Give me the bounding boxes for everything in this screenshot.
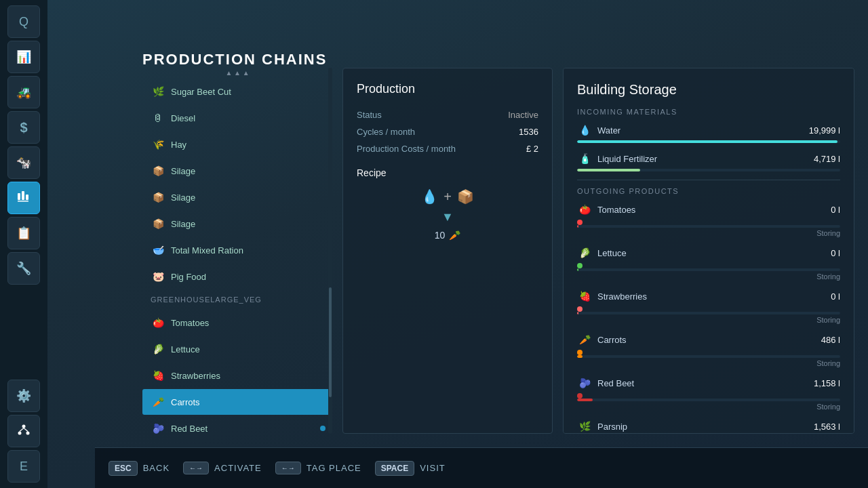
material-row-parsnip: 🌿 Parsnip 1,563 l Storing <box>577 419 840 434</box>
nodes-icon <box>16 422 31 441</box>
sidebar-btn-money[interactable]: $ <box>7 111 40 144</box>
key-btn-activate[interactable]: ←→ ACTIVATE <box>183 462 262 474</box>
key-btn-tag-place[interactable]: ←→ TAG PLACE <box>275 462 361 474</box>
material-row-liquid-fertilizer: 🧴 Liquid Fertilizer 4,719 l <box>577 151 840 171</box>
liquid-fertilizer-label: Liquid Fertilizer <box>597 154 657 164</box>
sidebar-btn-nodes[interactable] <box>7 415 40 447</box>
chain-item-label-hay: Hay <box>171 140 186 150</box>
animal-icon: 🐄 <box>16 155 31 170</box>
water-drop-icon: 💧 <box>421 188 438 205</box>
svg-point-4 <box>22 424 26 428</box>
liquid-fertilizer-icon: 🧴 <box>577 151 592 166</box>
recipe-section: Recipe 💧 + 📦 ▼ 10 🥕 <box>357 167 538 241</box>
status-label: Status <box>357 110 382 120</box>
sidebar-btn-e[interactable]: E <box>7 450 40 483</box>
chain-item-sugar-beet-cut[interactable]: 🌿 Sugar Beet Cut <box>142 79 332 104</box>
svg-point-5 <box>18 431 22 434</box>
chain-item-total-mixed-ration[interactable]: 🥣 Total Mixed Ration <box>142 237 332 263</box>
sidebar-btn-q[interactable]: Q <box>7 5 40 38</box>
chain-item-label-diesel: Diesel <box>171 113 195 123</box>
status-row: Status Inactive <box>357 110 538 120</box>
chain-item-label-silage1: Silage <box>171 166 195 176</box>
chain-item-lettuce[interactable]: 🥬 Lettuce <box>142 336 332 362</box>
production-panel: Production Status Inactive Cycles / mont… <box>342 68 553 434</box>
money-icon: $ <box>20 120 27 136</box>
cycles-value: 1536 <box>519 127 538 137</box>
sidebar-btn-animal[interactable]: 🐄 <box>7 146 40 179</box>
key-btn-visit[interactable]: SPACE VISIT <box>375 461 446 476</box>
sidebar-btn-settings[interactable]: ⚙️ <box>7 380 40 412</box>
chain-item-carrots[interactable]: 🥕 Carrots <box>142 389 332 415</box>
plus-icon: + <box>443 189 452 205</box>
storage-divider <box>577 180 840 180</box>
sidebar-btn-chart[interactable]: 📊 <box>7 41 40 73</box>
production-icon <box>16 189 31 207</box>
sidebar-btn-machines[interactable]: 🔧 <box>7 252 40 285</box>
machines-icon: 🔧 <box>16 261 31 276</box>
lettuce-list-icon: 🥬 <box>151 342 165 357</box>
chain-item-silage3[interactable]: 📦 Silage <box>142 211 332 237</box>
material-row-tomatoes: 🍅 Tomatoes 0 l Storing <box>577 202 840 237</box>
tractor-icon: 🚜 <box>16 85 31 100</box>
carrots-status: Storing <box>577 359 840 367</box>
chain-item-silage2[interactable]: 📦 Silage <box>142 184 332 210</box>
material-row-red-beet: 🫐 Red Beet 1,158 l Storing <box>577 375 840 411</box>
lettuce-amount: 0 l <box>831 248 840 258</box>
water-bar-fill <box>577 140 837 143</box>
svg-line-8 <box>24 428 28 431</box>
q-icon: Q <box>19 15 28 29</box>
tag-place-label: TAG PLACE <box>307 463 361 473</box>
output-carrot-icon: 🥕 <box>449 230 460 241</box>
chain-item-label-silage3: Silage <box>171 219 195 229</box>
red-beet-icon: 🫐 <box>577 375 592 390</box>
lettuce-status: Storing <box>577 272 840 281</box>
strawberries-label: Strawberries <box>597 291 647 302</box>
scroll-top-indicator: ▲ ▲ ▲ <box>142 68 332 78</box>
red-beet-amount: 1,158 l <box>814 378 840 388</box>
chain-item-silage1[interactable]: 📦 Silage <box>142 158 332 184</box>
chain-item-label-tmr: Total Mixed Ration <box>171 245 243 256</box>
strawberries-list-icon: 🍓 <box>151 368 165 383</box>
recipe-inputs: 💧 + 📦 <box>421 188 474 205</box>
diesel-icon: 🛢 <box>151 110 165 125</box>
chain-item-pig-food[interactable]: 🐷 Pig Food <box>142 264 332 289</box>
tomatoes-bar <box>577 225 840 228</box>
sidebar-btn-tractor[interactable]: 🚜 <box>7 76 40 108</box>
carrots-amount: 486 l <box>821 335 840 345</box>
parsnip-label: Parsnip <box>597 422 627 432</box>
liquid-fertilizer-bar <box>577 169 840 171</box>
output-quantity: 10 <box>435 230 446 241</box>
lettuce-bar <box>577 268 840 271</box>
incoming-materials-header: INCOMING MATERIALS <box>577 108 840 116</box>
red-beet-bar-fill <box>577 399 593 401</box>
svg-rect-3 <box>18 201 28 202</box>
storage-title: Building Storage <box>577 82 840 98</box>
lettuce-label: Lettuce <box>597 248 627 258</box>
chain-item-strawberries[interactable]: 🍓 Strawberries <box>142 363 332 388</box>
chain-item-red-beet[interactable]: 🫐 Red Beet <box>142 415 332 434</box>
chain-item-label-silage2: Silage <box>171 192 195 203</box>
svg-rect-2 <box>26 195 28 200</box>
sidebar-btn-production[interactable] <box>7 182 40 214</box>
chain-item-hay[interactable]: 🌾 Hay <box>142 131 332 157</box>
material-row-strawberries: 🍓 Strawberries 0 l Storing <box>577 289 840 324</box>
chain-item-diesel[interactable]: 🛢 Diesel <box>142 105 332 131</box>
costs-row: Production Costs / month £ 2 <box>357 144 538 154</box>
chain-item-tomatoes[interactable]: 🍅 Tomatoes <box>142 310 332 336</box>
tomatoes-amount: 0 l <box>831 205 840 215</box>
page-title: PRODUCTION CHAINS <box>142 51 327 68</box>
fertilizer-box-icon: 📦 <box>457 188 474 205</box>
chart-icon: 📊 <box>16 49 31 64</box>
chains-scroll[interactable]: ▲ ▲ ▲ 🌿 Sugar Beet Cut 🛢 Diesel 🌾 Hay 📦 … <box>142 68 332 434</box>
strawberries-bar <box>577 312 840 314</box>
material-row-carrots: 🥕 Carrots 486 l Storing <box>577 332 840 367</box>
key-btn-esc[interactable]: ESC BACK <box>108 461 170 476</box>
production-title: Production <box>357 82 538 96</box>
chains-scrollbar[interactable] <box>328 68 332 434</box>
cycles-row: Cycles / month 1536 <box>357 127 538 137</box>
carrots-list-icon: 🥕 <box>151 394 165 409</box>
sidebar-btn-tasks[interactable]: 📋 <box>7 217 40 249</box>
water-label: Water <box>597 125 620 136</box>
costs-value: £ 2 <box>526 144 538 154</box>
sugar-beet-cut-icon: 🌿 <box>151 84 165 99</box>
